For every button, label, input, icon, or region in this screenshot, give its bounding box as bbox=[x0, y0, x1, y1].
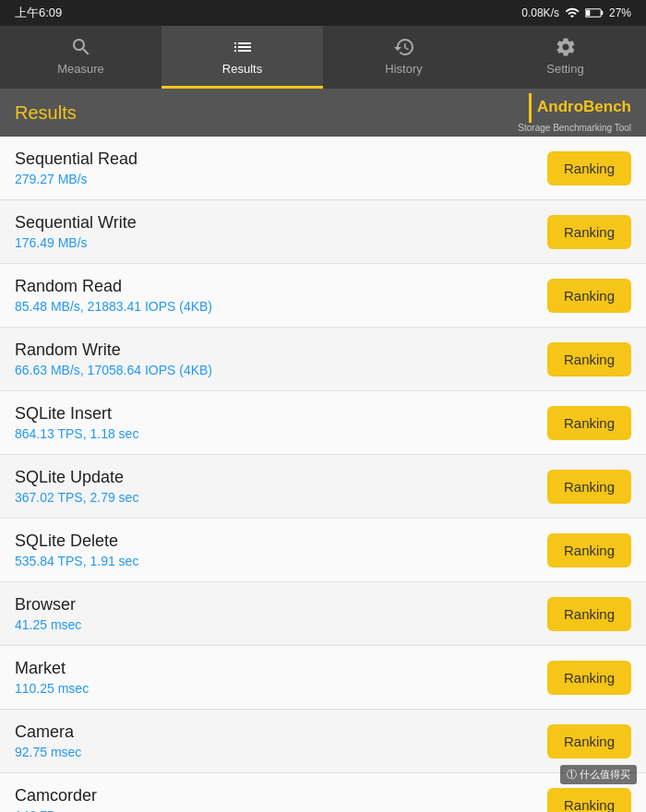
bench-info: Sequential Read279.27 MB/s bbox=[15, 149, 138, 186]
bench-value: 110.25 msec bbox=[15, 681, 89, 696]
network-speed: 0.08K/s bbox=[521, 6, 559, 19]
wifi-icon bbox=[565, 6, 580, 20]
bench-name: SQLite Update bbox=[15, 468, 138, 487]
logo-text-bottom: Storage Benchmarking Tool bbox=[518, 123, 631, 133]
battery-percent: 27% bbox=[609, 6, 631, 19]
measure-label: Measure bbox=[57, 62, 104, 76]
logo-text-top: AndroBench bbox=[537, 99, 631, 116]
benchmark-list: Sequential Read279.27 MB/sRankingSequent… bbox=[0, 137, 646, 812]
nav-tab-measure[interactable]: Measure bbox=[0, 26, 162, 89]
bench-info: Random Read85.48 MB/s, 21883.41 IOPS (4K… bbox=[15, 277, 212, 314]
svg-rect-2 bbox=[586, 10, 590, 16]
bench-value: 279.27 MB/s bbox=[15, 172, 138, 186]
bench-name: Market bbox=[15, 659, 89, 678]
ranking-button[interactable]: Ranking bbox=[547, 533, 631, 567]
bench-info: SQLite Update367.02 TPS, 2.79 sec bbox=[15, 468, 138, 505]
bench-name: Browser bbox=[15, 595, 81, 615]
setting-icon bbox=[555, 36, 577, 58]
bench-row: Sequential Read279.27 MB/sRanking bbox=[0, 137, 646, 200]
bench-row: SQLite Insert864.13 TPS, 1.18 secRanking bbox=[0, 391, 646, 455]
bench-value: 864.13 TPS, 1.18 sec bbox=[15, 426, 138, 441]
bench-value: 41.25 msec bbox=[15, 617, 81, 632]
nav-bar: Measure Results History Setting bbox=[0, 26, 646, 89]
bench-info: Random Write66.63 MB/s, 17058.64 IOPS (4… bbox=[15, 340, 212, 377]
ranking-button[interactable]: Ranking bbox=[547, 342, 631, 376]
status-bar: 上午6:09 0.08K/s 27% bbox=[0, 0, 646, 26]
bench-name: Camera bbox=[15, 722, 81, 742]
bench-info: SQLite Insert864.13 TPS, 1.18 sec bbox=[15, 404, 138, 441]
ranking-button[interactable]: Ranking bbox=[547, 661, 631, 695]
results-label: Results bbox=[222, 62, 262, 76]
bench-value: 92.75 msec bbox=[15, 745, 81, 759]
ranking-button[interactable]: Ranking bbox=[547, 597, 631, 631]
androbench-logo: AndroBench Storage Benchmarking Tool bbox=[518, 93, 631, 133]
bench-info: SQLite Delete535.84 TPS, 1.91 sec bbox=[15, 531, 138, 568]
bench-row: SQLite Delete535.84 TPS, 1.91 secRanking bbox=[0, 519, 646, 582]
ranking-button[interactable]: Ranking bbox=[547, 406, 631, 440]
results-header: Results AndroBench Storage Benchmarking … bbox=[0, 89, 646, 137]
bench-value: 85.48 MB/s, 21883.41 IOPS (4KB) bbox=[15, 299, 212, 314]
bench-info: Camera92.75 msec bbox=[15, 722, 81, 759]
bench-row: SQLite Update367.02 TPS, 2.79 secRanking bbox=[0, 455, 646, 519]
bench-row: Market110.25 msecRanking bbox=[0, 646, 646, 710]
bench-info: Market110.25 msec bbox=[15, 659, 89, 696]
bench-row: Sequential Write176.49 MB/sRanking bbox=[0, 200, 646, 264]
bench-value: 535.84 TPS, 1.91 sec bbox=[15, 554, 138, 568]
bench-row: Random Write66.63 MB/s, 17058.64 IOPS (4… bbox=[0, 328, 646, 391]
ranking-button[interactable]: Ranking bbox=[547, 788, 631, 813]
logo-bar bbox=[529, 93, 532, 123]
status-time: 上午6:09 bbox=[15, 5, 62, 21]
battery-icon bbox=[585, 6, 604, 19]
bench-value: 146.75 msec bbox=[15, 808, 97, 812]
bench-name: Random Write bbox=[15, 340, 212, 360]
bench-info: Browser41.25 msec bbox=[15, 595, 81, 632]
history-icon bbox=[393, 36, 415, 58]
status-right: 0.08K/s 27% bbox=[521, 6, 631, 20]
bench-row: Browser41.25 msecRanking bbox=[0, 582, 646, 646]
bench-info: Camcorder146.75 msec bbox=[15, 786, 97, 812]
bench-name: Random Read bbox=[15, 277, 212, 296]
history-label: History bbox=[385, 62, 422, 76]
setting-label: Setting bbox=[546, 62, 583, 76]
results-icon bbox=[232, 36, 254, 58]
ranking-button[interactable]: Ranking bbox=[547, 215, 631, 249]
ranking-button[interactable]: Ranking bbox=[547, 279, 631, 313]
bench-name: Sequential Read bbox=[15, 149, 138, 169]
measure-icon bbox=[70, 36, 92, 58]
bench-value: 176.49 MB/s bbox=[15, 235, 137, 250]
bench-info: Sequential Write176.49 MB/s bbox=[15, 213, 137, 250]
svg-rect-1 bbox=[601, 11, 603, 15]
bench-row: Camera92.75 msecRanking bbox=[0, 710, 646, 773]
ranking-button[interactable]: Ranking bbox=[547, 724, 631, 758]
bench-name: Sequential Write bbox=[15, 213, 137, 233]
results-title: Results bbox=[15, 102, 77, 124]
bench-name: SQLite Delete bbox=[15, 531, 138, 551]
ranking-button[interactable]: Ranking bbox=[547, 151, 631, 185]
bench-row: Random Read85.48 MB/s, 21883.41 IOPS (4K… bbox=[0, 264, 646, 328]
ranking-button[interactable]: Ranking bbox=[547, 470, 631, 504]
nav-tab-results[interactable]: Results bbox=[162, 26, 323, 89]
nav-tab-history[interactable]: History bbox=[323, 26, 484, 89]
bench-value: 367.02 TPS, 2.79 sec bbox=[15, 490, 138, 505]
bench-name: SQLite Insert bbox=[15, 404, 138, 424]
nav-tab-setting[interactable]: Setting bbox=[484, 26, 646, 89]
bench-name: Camcorder bbox=[15, 786, 97, 806]
bench-value: 66.63 MB/s, 17058.64 IOPS (4KB) bbox=[15, 363, 212, 377]
bench-row: Camcorder146.75 msecRanking bbox=[0, 773, 646, 812]
